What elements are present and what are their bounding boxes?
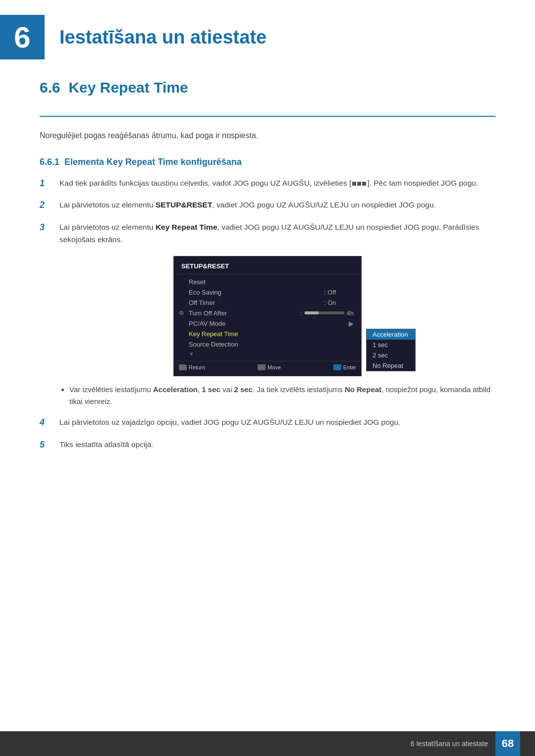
osd-move-btn: Move (258, 364, 281, 370)
dropdown-item-2sec: 2 sec (367, 350, 415, 360)
osd-row-keyrepeat: Key Repeat Time (174, 329, 361, 339)
step-number: 5 (40, 438, 54, 452)
chapter-title: Iestatīšana un atiestate (59, 27, 267, 48)
chapter-number-box: 6 (0, 15, 45, 59)
list-item: 2 Lai pārvietotos uz elementu SETUP&RESE… (40, 199, 495, 212)
page-header: 6 Iestatīšana un atiestate (0, 0, 535, 69)
chapter-number: 6 (14, 20, 30, 54)
osd-row-wrapper-keyrepeat: Key Repeat Time Acceleration 1 sec 2 sec… (174, 329, 361, 339)
footer-page-number: 68 (495, 731, 520, 756)
list-item: 4 Lai pārvietotos uz vajadzīgo opciju, v… (40, 416, 495, 430)
section-title: 6.6 Key Repeat Time (40, 79, 495, 101)
step-number: 1 (40, 176, 54, 191)
osd-screenshot: SETUP&RESET Reset Eco Saving : Off Off T… (40, 256, 495, 376)
osd-row-reset: Reset (174, 277, 361, 287)
osd-title: SETUP&RESET (174, 260, 361, 274)
dropdown-item-1sec: 1 sec (367, 340, 415, 350)
osd-row-turnoff: Turn Off After : 4h (174, 308, 361, 318)
osd-return-btn: Return (179, 364, 205, 370)
osd-enter-btn: Enter (333, 364, 356, 370)
list-item: 3 Lai pārvietotos uz elementu Key Repeat… (40, 221, 495, 246)
osd-dropdown: Acceleration 1 sec 2 sec No Repeat (366, 329, 416, 371)
osd-bottom-bar: Return Move Enter (174, 361, 361, 372)
bullet-item: Var izvēlēties iestatījumu Acceleration,… (69, 384, 495, 407)
return-icon (179, 364, 187, 370)
dropdown-item-norepeat: No Repeat (367, 360, 415, 371)
footer-text: 6 Iestatīšana un atiestate (411, 740, 488, 748)
osd-row-more: ▼ (174, 350, 361, 358)
osd-row-sourcedetect: Source Detection (174, 339, 361, 350)
step-number: 2 (40, 198, 54, 212)
steps-list: 1 Kad tiek parādīts funkcijas taustiņu c… (40, 177, 495, 246)
step-number: 4 (40, 415, 54, 430)
list-item: 1 Kad tiek parādīts funkcijas taustiņu c… (40, 177, 495, 191)
intro-text: Noregulējiet pogas reaģēšanas ātrumu, ka… (40, 129, 495, 142)
dropdown-item-acceleration: Acceleration (367, 329, 415, 340)
step-number: 3 (40, 220, 54, 235)
enter-icon (333, 364, 341, 370)
bullet-list: Var izvēlēties iestatījumu Acceleration,… (54, 384, 495, 407)
move-icon (258, 364, 266, 370)
page-content: 6.6 Key Repeat Time Noregulējiet pogas r… (0, 79, 535, 452)
list-item: 5 Tiks iestatīta atlasītā opcija. (40, 439, 495, 452)
steps-list-2: 4 Lai pārvietotos uz vajadzīgo opciju, v… (40, 416, 495, 452)
osd-row-pcav: PC/AV Mode ▶ (174, 318, 361, 329)
osd-menu: SETUP&RESET Reset Eco Saving : Off Off T… (173, 256, 362, 376)
subsection-title: 6.6.1 Elementa Key Repeat Time konfigurē… (40, 157, 495, 167)
menu-grid-icon (352, 182, 366, 186)
osd-row-eco: Eco Saving : Off (174, 287, 361, 298)
divider (40, 116, 495, 117)
osd-row-offtimer: Off Timer : On (174, 298, 361, 308)
page-footer: 6 Iestatīšana un atiestate 68 (0, 731, 535, 756)
